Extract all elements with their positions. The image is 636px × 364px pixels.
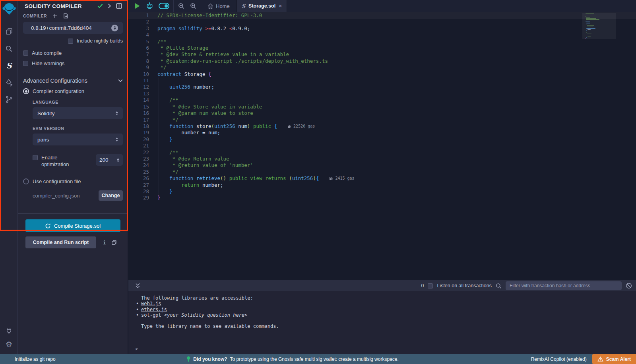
split-view-icon[interactable] <box>116 3 122 9</box>
minimap[interactable] <box>586 13 614 60</box>
line-number[interactable]: 17 <box>128 117 149 123</box>
line-number[interactable]: 7 <box>128 51 149 58</box>
transaction-filter-input[interactable] <box>506 281 622 290</box>
line-number[interactable]: 15 <box>128 104 149 110</box>
evm-version-select[interactable]: paris <box>33 134 123 145</box>
compile-and-run-button[interactable]: Compile and Run script <box>25 236 96 248</box>
line-number[interactable]: 9 <box>128 64 149 71</box>
compile-button[interactable]: Compile Storage.sol <box>25 219 120 232</box>
info-icon[interactable]: i <box>103 240 106 246</box>
sidebar-item-plugin-manager[interactable] <box>0 324 18 337</box>
line-number[interactable]: 23 <box>128 156 149 162</box>
zoom-out-button[interactable] <box>175 0 187 12</box>
code-line: 27 return number; <box>128 182 355 188</box>
listen-all-transactions-checkbox[interactable] <box>428 283 433 288</box>
language-select[interactable]: Solidity <box>33 107 123 119</box>
home-button[interactable]: Home <box>205 0 233 12</box>
sidebar-item-search[interactable] <box>0 42 18 55</box>
language-label: LANGUAGE <box>33 100 123 105</box>
close-icon[interactable]: × <box>279 3 282 9</box>
optimization-runs-input[interactable]: 200 <box>96 154 123 166</box>
line-number[interactable]: 28 <box>128 188 149 195</box>
line-number[interactable]: 6 <box>128 45 149 51</box>
line-number[interactable]: 10 <box>128 71 149 77</box>
terminal[interactable]: The following libraries are accessible: … <box>128 291 636 354</box>
sidebar-item-solidity-compiler[interactable]: S <box>0 59 18 72</box>
minimap-line <box>587 27 593 27</box>
deploy-run-icon <box>5 79 13 87</box>
git-icon <box>5 95 13 103</box>
line-number[interactable]: 21 <box>128 143 149 149</box>
line-number[interactable]: 12 <box>128 84 149 90</box>
collapse-terminal-button[interactable] <box>132 280 143 292</box>
line-number[interactable]: 27 <box>128 182 149 188</box>
line-number[interactable]: 16 <box>128 110 149 116</box>
line-number[interactable]: 18 <box>128 123 149 130</box>
git-init-status[interactable]: Initialize as git repo <box>0 356 56 362</box>
minimap-line <box>586 17 590 18</box>
sidebar-item-settings[interactable]: ⚙ <box>0 337 18 351</box>
use-configuration-file-radio[interactable] <box>23 178 29 184</box>
hide-warnings-checkbox[interactable] <box>23 61 28 66</box>
remix-logo[interactable] <box>0 0 18 17</box>
line-number[interactable]: 11 <box>128 77 149 84</box>
ethers-link[interactable]: ethers.js <box>141 307 167 312</box>
line-number[interactable]: 5 <box>128 39 149 45</box>
sidebar-item-git[interactable] <box>0 93 18 106</box>
line-number[interactable]: 4 <box>128 32 149 38</box>
copy-icon[interactable] <box>111 240 117 245</box>
tab-label: Storage.sol <box>248 3 275 9</box>
line-number[interactable]: 25 <box>128 169 149 175</box>
line-number[interactable]: 20 <box>128 136 149 143</box>
zoom-in-button[interactable] <box>187 0 199 12</box>
auto-compile-checkbox[interactable] <box>23 50 28 56</box>
chevron-right-icon[interactable] <box>108 4 111 8</box>
line-number[interactable]: 3 <box>128 25 149 32</box>
line-number[interactable]: 2 <box>128 19 149 25</box>
scam-alert-badge[interactable]: Scam Alert <box>592 354 636 364</box>
line-number[interactable]: 22 <box>128 149 149 156</box>
ai-copilot-button[interactable] <box>143 0 156 12</box>
tab-storage-sol[interactable]: S Storage.sol × <box>237 0 287 12</box>
enable-optimization-checkbox[interactable] <box>33 155 38 160</box>
sidebar-item-file-explorer[interactable] <box>0 25 18 38</box>
terminal-prompt[interactable]: > <box>135 346 138 352</box>
compiler-version-select[interactable]: 0.8.19+commit.7dd6d404 <box>23 22 123 34</box>
code-line: 23 * @dev Return value <box>128 156 355 162</box>
change-config-button[interactable]: Change <box>99 190 123 201</box>
line-number[interactable]: 13 <box>128 91 149 97</box>
include-nightly-checkbox[interactable] <box>68 39 73 44</box>
line-number[interactable]: 14 <box>128 97 149 103</box>
code-line: 14 /** <box>128 97 355 103</box>
line-number[interactable]: 1 <box>128 12 149 19</box>
web3-link[interactable]: web3.js <box>141 301 161 306</box>
line-number[interactable]: 29 <box>128 195 149 201</box>
editor-lines: 1// SPDX-License-Identifier: GPL-3.02 3p… <box>128 12 355 201</box>
main-area: Home S Storage.sol × 1// SPDX-License-Id… <box>128 0 636 354</box>
open-compiler-file-icon[interactable] <box>63 13 68 19</box>
terminal-library-item: •sol-gpt <your Solidity question here> <box>141 313 636 318</box>
run-script-button[interactable] <box>132 0 143 12</box>
line-number[interactable]: 24 <box>128 162 149 168</box>
plug-icon <box>5 327 13 335</box>
add-compiler-icon[interactable] <box>52 14 57 18</box>
line-number[interactable]: 8 <box>128 58 149 64</box>
line-number[interactable]: 19 <box>128 130 149 136</box>
home-icon <box>207 3 213 9</box>
minimap-line <box>587 33 591 34</box>
code-line: 2 <box>128 19 355 25</box>
code-editor[interactable]: 1// SPDX-License-Identifier: GPL-3.02 3p… <box>128 12 636 280</box>
clear-console-icon[interactable] <box>626 283 632 289</box>
compiler-configuration-radio[interactable] <box>23 88 29 94</box>
activity-bar: S ⚙ <box>0 0 18 354</box>
toolbar-separator <box>173 0 174 12</box>
code-line: 22 /** <box>128 149 355 156</box>
line-number[interactable]: 26 <box>128 175 149 182</box>
code-line: 21 <box>128 143 355 149</box>
sidebar-item-deploy-run[interactable] <box>0 76 18 89</box>
copilot-toggle[interactable] <box>159 3 169 9</box>
advanced-configurations-toggle[interactable]: Advanced Configurations <box>23 77 123 84</box>
code-line: 20 } <box>128 136 355 143</box>
search-icon[interactable] <box>496 283 502 289</box>
copilot-status[interactable]: RemixAI Copilot (enabled) <box>531 356 587 362</box>
